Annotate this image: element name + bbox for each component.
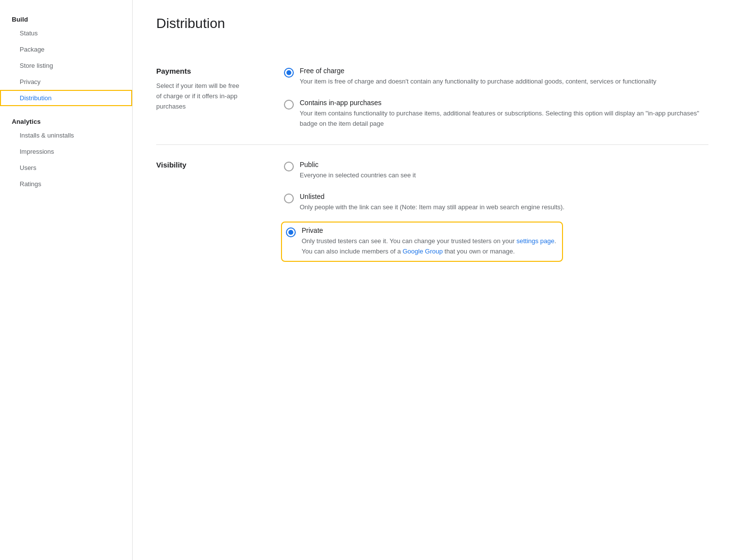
- sidebar-item-impressions[interactable]: Impressions: [0, 143, 124, 160]
- radio-inapp[interactable]: [284, 100, 294, 110]
- payments-options: Free of charge Your item is free of char…: [284, 67, 708, 129]
- radio-unlisted-content: Unlisted Only people with the link can s…: [300, 193, 708, 213]
- visibility-label-area: Visibility: [156, 161, 245, 258]
- visibility-options: Public Everyone in selected countries ca…: [284, 161, 708, 258]
- payments-section: Payments Select if your item will be fre…: [156, 51, 708, 145]
- payments-description: Select if your item will be free of char…: [156, 81, 245, 112]
- payments-option-inapp[interactable]: Contains in-app purchases Your item cont…: [284, 99, 708, 129]
- google-group-link[interactable]: Google Group: [402, 248, 443, 255]
- radio-unlisted[interactable]: [284, 194, 294, 203]
- radio-free-label: Free of charge: [300, 67, 708, 75]
- visibility-heading: Visibility: [156, 161, 245, 169]
- radio-private-desc-suffix: that you own or manage.: [443, 248, 515, 255]
- radio-public-desc: Everyone in selected countries can see i…: [300, 170, 708, 181]
- payments-heading: Payments: [156, 67, 245, 75]
- radio-public-label: Public: [300, 161, 708, 168]
- radio-free-desc: Your item is free of charge and doesn't …: [300, 77, 708, 87]
- radio-private-label: Private: [302, 226, 556, 234]
- visibility-option-private[interactable]: Private Only trusted testers can see it.…: [284, 224, 560, 259]
- radio-private[interactable]: [286, 227, 296, 237]
- visibility-option-unlisted[interactable]: Unlisted Only people with the link can s…: [284, 193, 708, 213]
- visibility-section: Visibility Public Everyone in selected c…: [156, 145, 708, 274]
- sidebar-item-privacy[interactable]: Privacy: [0, 74, 124, 90]
- main-content: Distribution Payments Select if your ite…: [133, 0, 732, 560]
- radio-private-desc: Only trusted testers can see it. You can…: [302, 236, 556, 257]
- radio-wrapper-free: [284, 68, 294, 78]
- radio-public-content: Public Everyone in selected countries ca…: [300, 161, 708, 181]
- sidebar-item-distribution[interactable]: Distribution: [0, 90, 132, 106]
- radio-inapp-desc: Your item contains functionality to purc…: [300, 109, 708, 129]
- visibility-option-public[interactable]: Public Everyone in selected countries ca…: [284, 161, 708, 181]
- radio-unlisted-desc: Only people with the link can see it (No…: [300, 202, 708, 213]
- sidebar-item-installs-uninstalls[interactable]: Installs & uninstalls: [0, 127, 124, 143]
- radio-wrapper-public: [284, 162, 294, 171]
- sidebar-item-store-listing[interactable]: Store listing: [0, 57, 124, 74]
- sidebar-item-ratings[interactable]: Ratings: [0, 176, 124, 192]
- sidebar-item-package[interactable]: Package: [0, 41, 124, 57]
- radio-public[interactable]: [284, 162, 294, 171]
- radio-wrapper-unlisted: [284, 194, 294, 203]
- payments-label-area: Payments Select if your item will be fre…: [156, 67, 245, 129]
- payments-option-free[interactable]: Free of charge Your item is free of char…: [284, 67, 708, 87]
- radio-inapp-content: Contains in-app purchases Your item cont…: [300, 99, 708, 129]
- page-title: Distribution: [156, 16, 708, 31]
- radio-free[interactable]: [284, 68, 294, 78]
- sidebar-section-build: Build: [0, 12, 132, 25]
- settings-page-link[interactable]: settings page: [516, 237, 554, 245]
- radio-inapp-label: Contains in-app purchases: [300, 99, 708, 107]
- radio-private-desc-prefix: Only trusted testers can see it. You can…: [302, 237, 516, 245]
- sidebar-section-analytics: Analytics: [0, 114, 132, 127]
- sidebar: Build Status Package Store listing Priva…: [0, 0, 133, 560]
- radio-wrapper-inapp: [284, 100, 294, 110]
- radio-free-content: Free of charge Your item is free of char…: [300, 67, 708, 87]
- radio-private-content: Private Only trusted testers can see it.…: [302, 226, 556, 257]
- radio-wrapper-private: [286, 227, 296, 237]
- sidebar-item-status[interactable]: Status: [0, 25, 124, 41]
- radio-unlisted-label: Unlisted: [300, 193, 708, 200]
- sidebar-item-users[interactable]: Users: [0, 160, 124, 176]
